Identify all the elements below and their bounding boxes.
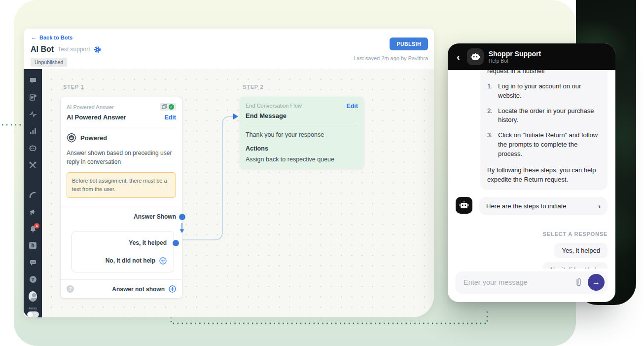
list-number: 1. <box>487 82 498 101</box>
notification-count-badge: 4 <box>34 223 39 229</box>
back-to-bots-link[interactable]: ← Back to Bots <box>31 34 72 40</box>
send-arrow-icon: → <box>592 278 600 287</box>
status-badge: Unpublished <box>31 58 67 67</box>
step2-card[interactable]: End Conversation Flow Edit End Message T… <box>240 97 364 169</box>
list-item: 2. Locate the order in your purchase his… <box>487 107 601 125</box>
back-link-label: Back to Bots <box>39 35 72 40</box>
option-yes-port[interactable] <box>173 240 179 246</box>
conversations-icon[interactable] <box>29 77 37 84</box>
page-title: AI Bot <box>31 45 54 54</box>
answer-options-box: Yes, it helped No, it did not help <box>72 231 174 272</box>
tools-icon[interactable] <box>29 161 37 169</box>
page: ← Back to Bots AI Bot Test support Unpub… <box>0 0 644 346</box>
answer-not-shown-label: Answer not shown <box>112 286 165 293</box>
powered-label: Powered <box>80 134 107 142</box>
chat-subtitle: Help Bot <box>489 58 541 64</box>
select-response-label: SELECT A RESPONSE <box>456 231 608 237</box>
chat-title: Shoppr Support <box>489 50 541 58</box>
question-icon: ? <box>67 285 74 293</box>
step1-type-label: AI Powered Answer <box>67 104 114 110</box>
step2-type-label: End Conversation Flow <box>246 103 302 109</box>
list-item: 3. Click on "Initiate Return" and follow… <box>487 131 601 159</box>
bot-message-bubble: request in a nutshell 1. Log in to your … <box>480 70 608 190</box>
ai-powered-icon: AI <box>67 133 76 143</box>
response-yes-button[interactable]: Yes, it helped <box>554 243 608 258</box>
publish-button[interactable]: PUBLSIH <box>390 38 428 50</box>
step1-card[interactable]: AI Powered Answer ✓ AI Powered Answer Ed… <box>60 97 182 299</box>
collapsed-message-bubble[interactable]: Here are the steps to initiate › <box>479 197 608 215</box>
activity-icon[interactable] <box>29 111 37 118</box>
last-saved-text: Last saved 2m ago by Pavithra <box>354 55 428 61</box>
step1-label: STEP 1 <box>63 84 84 90</box>
bot-avatar <box>456 197 472 214</box>
notifications-icon[interactable]: 4 <box>29 225 37 232</box>
page-subtitle: Test support <box>58 46 90 53</box>
answer-shown-port[interactable] <box>179 214 185 220</box>
profile-avatar[interactable] <box>29 292 37 301</box>
list-number: 3. <box>487 131 498 159</box>
list-text: Locate the order in your purchase histor… <box>498 107 601 125</box>
step1-warning: Before bot assignment, there must be a t… <box>67 172 176 198</box>
bot-icon[interactable] <box>29 144 37 152</box>
collapsed-message-text: Here are the steps to initiate <box>486 202 567 210</box>
step2-message: Thank you for your response <box>246 131 358 138</box>
list-number: 2. <box>487 107 498 125</box>
message-input[interactable] <box>464 278 572 286</box>
list-item: 1. Log in to your account on our website… <box>487 82 601 101</box>
chat-preview-widget: ‹ Shoppr Support Help Bot request in a n… <box>448 43 615 302</box>
answer-shown-row[interactable]: Answer Shown <box>67 210 176 223</box>
option-yes-label: Yes, it helped <box>129 239 167 246</box>
option-no-label: No, it did not help <box>106 257 155 264</box>
step2-label: STEP 2 <box>243 84 264 90</box>
closing-text: By following these steps, you can help e… <box>487 166 601 185</box>
svg-text:AI: AI <box>70 136 73 140</box>
chat-message-list[interactable]: request in a nutshell 1. Log in to your … <box>448 70 615 269</box>
window-header: ← Back to Bots AI Bot Test support Unpub… <box>24 29 434 69</box>
knowledge-base-icon[interactable] <box>29 94 37 101</box>
analytics-icon[interactable] <box>29 127 37 135</box>
step2-edit-link[interactable]: Edit <box>346 103 358 110</box>
away-toggle[interactable] <box>27 311 39 317</box>
campaigns-icon[interactable] <box>29 208 37 216</box>
chat-back-icon[interactable]: ‹ <box>455 52 462 62</box>
bot-avatar <box>467 48 484 65</box>
phone-icon[interactable] <box>29 192 37 199</box>
help-icon[interactable]: ? <box>29 275 37 283</box>
down-arrow-icon <box>179 223 184 234</box>
clipped-message-line: request in a nutshell <box>487 70 601 76</box>
attachment-button[interactable] <box>572 275 585 289</box>
back-arrow-icon: ← <box>31 34 37 40</box>
settings-gear-icon[interactable] <box>94 46 101 53</box>
chevron-right-icon: › <box>598 202 601 210</box>
bot-builder-window: ← Back to Bots AI Bot Test support Unpub… <box>24 29 434 317</box>
list-text: Log in to your account on our website. <box>498 82 601 101</box>
copy-icon <box>162 104 167 110</box>
add-connection-icon[interactable] <box>159 257 167 265</box>
flow-canvas[interactable]: STEP 1 STEP 2 AI Powered Answer ✓ <box>42 69 434 317</box>
left-nav-rail: 4 h ? Away <box>24 69 42 317</box>
chat-input-bar: → <box>456 271 608 293</box>
step1-title: AI Powered Answer <box>67 114 126 121</box>
canned-responses-icon[interactable] <box>29 259 37 266</box>
answer-not-shown-row[interactable]: ? Answer not shown <box>61 279 182 298</box>
check-icon: ✓ <box>169 104 174 110</box>
send-button[interactable]: → <box>588 274 605 291</box>
freshworks-h-icon[interactable]: h <box>29 242 37 249</box>
step2-action-text: Assign back to respective queue <box>246 156 358 163</box>
answer-shown-label: Answer Shown <box>134 213 176 220</box>
step1-status-badge: ✓ <box>160 103 176 111</box>
step2-actions-label: Actions <box>246 145 358 152</box>
response-no-button[interactable]: No, it did not help <box>543 262 608 269</box>
step1-description: Answer shown based on preceding user rep… <box>61 143 182 166</box>
paperclip-icon <box>574 277 583 287</box>
list-text: Click on "Initiate Return" and follow th… <box>498 131 601 159</box>
step2-title: End Message <box>246 112 358 125</box>
step1-edit-link[interactable]: Edit <box>164 114 176 121</box>
chat-header: ‹ Shoppr Support Help Bot <box>448 43 615 70</box>
option-yes-row[interactable]: Yes, it helped <box>79 238 167 248</box>
away-label: Away <box>29 307 37 310</box>
option-no-row[interactable]: No, it did not help <box>79 256 167 266</box>
add-connection-icon[interactable] <box>169 285 176 293</box>
